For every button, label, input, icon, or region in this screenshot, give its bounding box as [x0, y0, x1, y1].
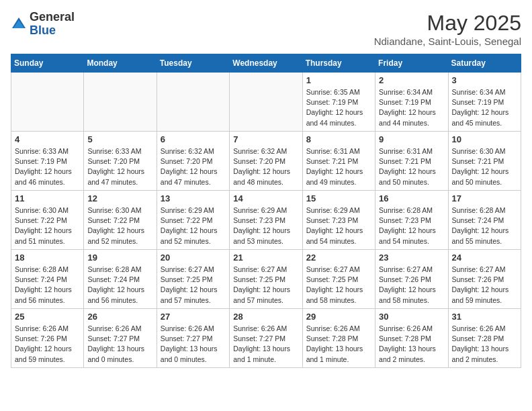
col-friday: Friday	[375, 54, 448, 73]
week-row-3: 11Sunrise: 6:30 AMSunset: 7:22 PMDayligh…	[11, 191, 521, 250]
logo-icon	[11, 16, 27, 32]
day-info: Sunrise: 6:31 AMSunset: 7:21 PMDaylight:…	[379, 146, 444, 187]
day-number: 24	[452, 253, 517, 263]
page-header: General Blue May 2025 Ndiandane, Saint-L…	[11, 11, 521, 47]
day-number: 4	[15, 134, 80, 144]
day-info: Sunrise: 6:32 AMSunset: 7:20 PMDaylight:…	[161, 146, 226, 187]
day-info: Sunrise: 6:29 AMSunset: 7:23 PMDaylight:…	[306, 205, 371, 246]
day-number: 5	[87, 134, 152, 144]
day-number: 23	[379, 253, 444, 263]
day-number: 9	[379, 134, 444, 144]
week-row-5: 25Sunrise: 6:26 AMSunset: 7:26 PMDayligh…	[11, 309, 521, 368]
day-number: 1	[306, 75, 371, 85]
day-info: Sunrise: 6:29 AMSunset: 7:23 PMDaylight:…	[233, 205, 298, 246]
day-cell-22: 19Sunrise: 6:28 AMSunset: 7:24 PMDayligh…	[84, 250, 157, 309]
day-info: Sunrise: 6:27 AMSunset: 7:25 PMDaylight:…	[306, 265, 371, 306]
day-info: Sunrise: 6:27 AMSunset: 7:25 PMDaylight:…	[233, 265, 298, 306]
day-cell-31: 28Sunrise: 6:26 AMSunset: 7:27 PMDayligh…	[230, 309, 302, 368]
day-number: 17	[452, 193, 517, 203]
col-sunday: Sunday	[11, 54, 84, 73]
day-number: 28	[233, 312, 298, 322]
day-number: 12	[87, 193, 152, 203]
day-info: Sunrise: 6:26 AMSunset: 7:28 PMDaylight:…	[306, 324, 371, 365]
day-cell-27: 24Sunrise: 6:27 AMSunset: 7:26 PMDayligh…	[448, 250, 521, 309]
logo: General Blue	[11, 11, 75, 38]
day-number: 16	[379, 193, 444, 203]
day-cell-34: 31Sunrise: 6:26 AMSunset: 7:28 PMDayligh…	[448, 309, 521, 368]
title-area: May 2025 Ndiandane, Saint-Louis, Senegal	[374, 11, 521, 47]
day-info: Sunrise: 6:30 AMSunset: 7:21 PMDaylight:…	[452, 146, 517, 187]
day-info: Sunrise: 6:28 AMSunset: 7:23 PMDaylight:…	[379, 205, 444, 246]
day-cell-19: 16Sunrise: 6:28 AMSunset: 7:23 PMDayligh…	[375, 191, 448, 250]
day-cell-28: 25Sunrise: 6:26 AMSunset: 7:26 PMDayligh…	[11, 309, 84, 368]
day-cell-2	[157, 73, 229, 132]
day-cell-32: 29Sunrise: 6:26 AMSunset: 7:28 PMDayligh…	[302, 309, 375, 368]
calendar-title: May 2025	[374, 11, 521, 36]
day-number: 31	[452, 312, 517, 322]
day-number: 8	[306, 134, 371, 144]
day-number: 21	[233, 253, 298, 263]
day-cell-29: 26Sunrise: 6:26 AMSunset: 7:27 PMDayligh…	[84, 309, 157, 368]
day-number: 10	[452, 134, 517, 144]
week-row-4: 18Sunrise: 6:28 AMSunset: 7:24 PMDayligh…	[11, 250, 521, 309]
col-wednesday: Wednesday	[230, 54, 302, 73]
day-number: 15	[306, 193, 371, 203]
day-cell-6: 3Sunrise: 6:34 AMSunset: 7:19 PMDaylight…	[448, 73, 521, 132]
day-number: 14	[233, 193, 298, 203]
day-cell-3	[230, 73, 302, 132]
day-info: Sunrise: 6:28 AMSunset: 7:24 PMDaylight:…	[15, 265, 80, 306]
calendar-header-row: Sunday Monday Tuesday Wednesday Thursday…	[11, 54, 521, 73]
day-number: 20	[161, 253, 226, 263]
day-info: Sunrise: 6:30 AMSunset: 7:22 PMDaylight:…	[87, 205, 152, 246]
day-cell-20: 17Sunrise: 6:28 AMSunset: 7:24 PMDayligh…	[448, 191, 521, 250]
day-cell-21: 18Sunrise: 6:28 AMSunset: 7:24 PMDayligh…	[11, 250, 84, 309]
day-cell-14: 11Sunrise: 6:30 AMSunset: 7:22 PMDayligh…	[11, 191, 84, 250]
logo-blue: Blue	[30, 24, 56, 37]
day-number: 6	[161, 134, 226, 144]
logo-text: General Blue	[30, 11, 75, 38]
day-info: Sunrise: 6:26 AMSunset: 7:26 PMDaylight:…	[15, 324, 80, 365]
day-cell-1	[84, 73, 157, 132]
day-number: 26	[87, 312, 152, 322]
day-number: 7	[233, 134, 298, 144]
day-number: 29	[306, 312, 371, 322]
day-info: Sunrise: 6:35 AMSunset: 7:19 PMDaylight:…	[306, 87, 371, 128]
day-cell-26: 23Sunrise: 6:27 AMSunset: 7:26 PMDayligh…	[375, 250, 448, 309]
day-cell-17: 14Sunrise: 6:29 AMSunset: 7:23 PMDayligh…	[230, 191, 302, 250]
day-number: 11	[15, 193, 80, 203]
day-number: 27	[161, 312, 226, 322]
day-cell-24: 21Sunrise: 6:27 AMSunset: 7:25 PMDayligh…	[230, 250, 302, 309]
day-cell-30: 27Sunrise: 6:26 AMSunset: 7:27 PMDayligh…	[157, 309, 229, 368]
day-info: Sunrise: 6:26 AMSunset: 7:27 PMDaylight:…	[233, 324, 298, 365]
day-info: Sunrise: 6:27 AMSunset: 7:26 PMDaylight:…	[452, 265, 517, 306]
day-cell-11: 8Sunrise: 6:31 AMSunset: 7:21 PMDaylight…	[302, 132, 375, 191]
day-number: 22	[306, 253, 371, 263]
day-info: Sunrise: 6:31 AMSunset: 7:21 PMDaylight:…	[306, 146, 371, 187]
calendar-subtitle: Ndiandane, Saint-Louis, Senegal	[374, 36, 521, 47]
day-cell-23: 20Sunrise: 6:27 AMSunset: 7:25 PMDayligh…	[157, 250, 229, 309]
day-cell-10: 7Sunrise: 6:32 AMSunset: 7:20 PMDaylight…	[230, 132, 302, 191]
day-info: Sunrise: 6:33 AMSunset: 7:19 PMDaylight:…	[15, 146, 80, 187]
col-thursday: Thursday	[302, 54, 375, 73]
day-info: Sunrise: 6:30 AMSunset: 7:22 PMDaylight:…	[15, 205, 80, 246]
day-cell-16: 13Sunrise: 6:29 AMSunset: 7:22 PMDayligh…	[157, 191, 229, 250]
day-info: Sunrise: 6:28 AMSunset: 7:24 PMDaylight:…	[452, 205, 517, 246]
day-number: 25	[15, 312, 80, 322]
day-cell-8: 5Sunrise: 6:33 AMSunset: 7:20 PMDaylight…	[84, 132, 157, 191]
calendar-table: Sunday Monday Tuesday Wednesday Thursday…	[11, 54, 521, 368]
day-info: Sunrise: 6:29 AMSunset: 7:22 PMDaylight:…	[161, 205, 226, 246]
day-info: Sunrise: 6:27 AMSunset: 7:26 PMDaylight:…	[379, 265, 444, 306]
day-number: 2	[379, 75, 444, 85]
day-info: Sunrise: 6:28 AMSunset: 7:24 PMDaylight:…	[87, 265, 152, 306]
week-row-1: 1Sunrise: 6:35 AMSunset: 7:19 PMDaylight…	[11, 73, 521, 132]
day-number: 3	[452, 75, 517, 85]
day-cell-15: 12Sunrise: 6:30 AMSunset: 7:22 PMDayligh…	[84, 191, 157, 250]
day-cell-9: 6Sunrise: 6:32 AMSunset: 7:20 PMDaylight…	[157, 132, 229, 191]
day-number: 18	[15, 253, 80, 263]
day-number: 13	[161, 193, 226, 203]
day-cell-0	[11, 73, 84, 132]
day-cell-33: 30Sunrise: 6:26 AMSunset: 7:28 PMDayligh…	[375, 309, 448, 368]
day-info: Sunrise: 6:26 AMSunset: 7:27 PMDaylight:…	[161, 324, 226, 365]
day-number: 30	[379, 312, 444, 322]
day-info: Sunrise: 6:26 AMSunset: 7:27 PMDaylight:…	[87, 324, 152, 365]
